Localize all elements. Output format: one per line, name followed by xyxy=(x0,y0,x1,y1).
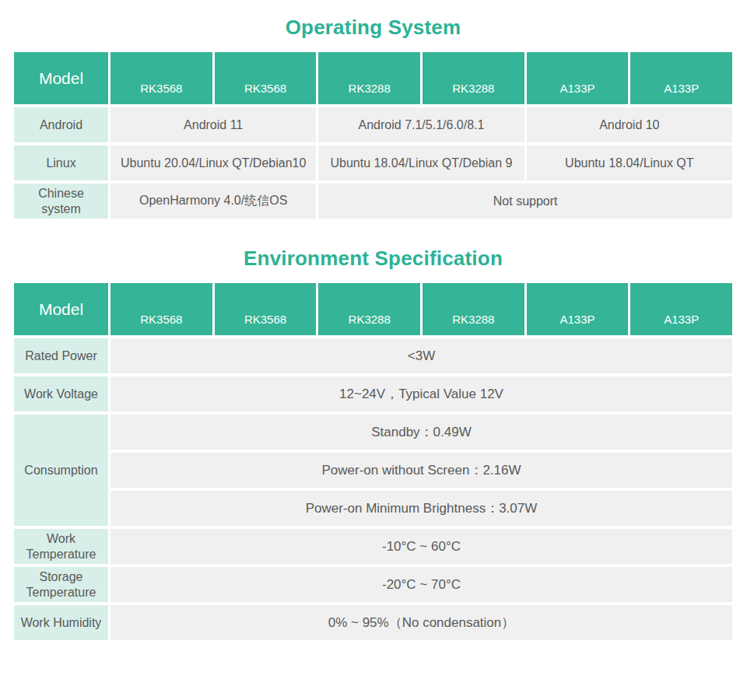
os-cell-chinese-rk3568: OpenHarmony 4.0/统信OS xyxy=(110,184,316,219)
env-header-col-a133p-2: A133P xyxy=(630,283,732,335)
env-cell-consumption-minimum-brightness: Power-on Minimum Brightness：3.07W xyxy=(110,491,732,526)
operating-system-table: Model RK3568 RK3568 RK3288 RK3288 A133P … xyxy=(14,52,732,219)
env-header-col-a133p-1: A133P xyxy=(527,283,629,335)
env-row-label-storage-temperature: Storage Temperature xyxy=(14,567,108,602)
env-header-model-cell: Model xyxy=(14,283,108,335)
env-cell-consumption-power-on-no-screen: Power-on without Screen：2.16W xyxy=(110,453,732,488)
os-cell-linux-rk3568: Ubuntu 20.04/Linux QT/Debian10 xyxy=(110,145,316,180)
os-header-model-cell: Model xyxy=(14,52,108,104)
os-header-col-rk3568-1: RK3568 xyxy=(110,52,212,104)
os-cell-android-a133p: Android 10 xyxy=(527,107,732,142)
os-header-col-rk3288-1: RK3288 xyxy=(318,52,420,104)
env-cell-work-temperature: -10°C ~ 60°C xyxy=(110,529,732,564)
env-header-col-rk3288-2: RK3288 xyxy=(423,283,524,335)
os-cell-linux-rk3288: Ubuntu 18.04/Linux QT/Debian 9 xyxy=(318,145,524,180)
os-row-label-linux: Linux xyxy=(14,145,108,180)
env-header-col-rk3568-2: RK3568 xyxy=(215,283,317,335)
env-row-label-work-temperature: Work Temperature xyxy=(14,529,108,564)
os-row-label-android: Android xyxy=(14,107,108,142)
os-cell-linux-a133p: Ubuntu 18.04/Linux QT xyxy=(527,145,732,180)
environment-specification-table: Model RK3568 RK3568 RK3288 RK3288 A133P … xyxy=(14,283,732,640)
os-cell-chinese-not-support: Not support xyxy=(318,184,732,219)
env-row-label-consumption: Consumption xyxy=(14,415,108,526)
env-cell-work-voltage: 12~24V，Typical Value 12V xyxy=(110,376,732,411)
env-cell-storage-temperature: -20°C ~ 70°C xyxy=(110,567,732,602)
os-header-col-rk3288-2: RK3288 xyxy=(423,52,524,104)
environment-specification-title: Environment Specification xyxy=(14,247,732,271)
os-header-col-a133p-2: A133P xyxy=(630,52,732,104)
operating-system-title: Operating System xyxy=(14,16,732,40)
env-header-col-rk3568-1: RK3568 xyxy=(110,283,212,335)
env-cell-consumption-standby: Standby：0.49W xyxy=(110,415,732,450)
env-cell-rated-power: <3W xyxy=(110,338,732,373)
env-row-label-work-humidity: Work Humidity xyxy=(14,605,108,640)
env-cell-work-humidity: 0% ~ 95%（No condensation） xyxy=(110,605,732,640)
env-row-label-rated-power: Rated Power xyxy=(14,338,108,373)
os-header-col-a133p-1: A133P xyxy=(527,52,629,104)
os-header-col-rk3568-2: RK3568 xyxy=(215,52,317,104)
os-row-label-chinese-system: Chinese system xyxy=(14,184,108,219)
env-header-col-rk3288-1: RK3288 xyxy=(318,283,420,335)
spec-sheet-page: Operating System Model RK3568 RK3568 RK3… xyxy=(0,0,747,640)
env-row-label-work-voltage: Work Voltage xyxy=(14,376,108,411)
os-cell-android-rk3288: Android 7.1/5.1/6.0/8.1 xyxy=(318,107,524,142)
os-cell-android-rk3568: Android 11 xyxy=(110,107,316,142)
